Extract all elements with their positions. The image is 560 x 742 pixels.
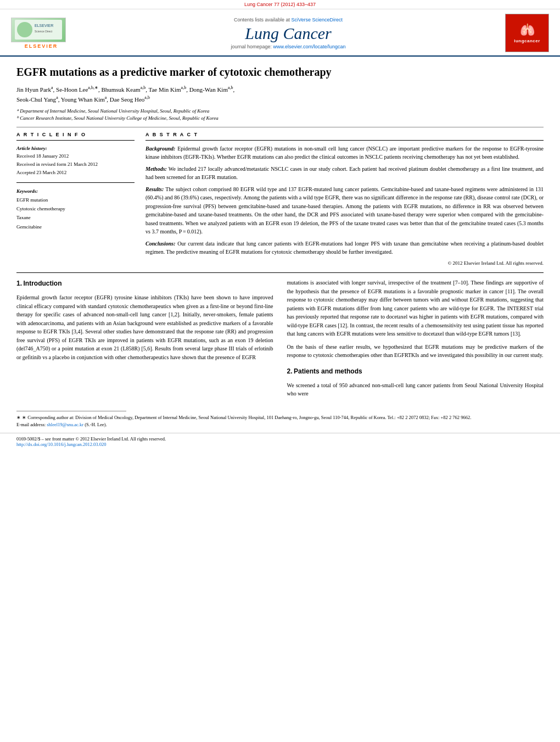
abstract-conclusions: Conclusions: Our current data indicate t… [145, 239, 544, 256]
revised-row: Received in revised form 21 March 2012 [16, 160, 135, 169]
author-sup-dkim: a,b [228, 85, 233, 90]
article-info-col: A R T I C L E I N F O Article history: R… [16, 132, 135, 267]
conclusions-label: Conclusions: [145, 241, 175, 247]
history-label: Article history: [16, 144, 135, 153]
corresponding-text: ∗ Corresponding author at: Division of M… [22, 415, 471, 420]
section-2-number: 2. [287, 367, 293, 375]
journal-header: ELSEVIER Science Direct ELSEVIER Content… [0, 9, 560, 57]
author-sup-a: a [51, 85, 53, 90]
doi-text[interactable]: http://dx.doi.org/10.1016/j.lungcan.2012… [16, 442, 544, 447]
journal-homepage: journal homepage: www.elsevier.com/locat… [80, 44, 497, 49]
section-1-title: Introduction [24, 280, 62, 287]
keywords-divider [16, 182, 135, 183]
keyword-2: Cytotoxic chemotherapy [16, 204, 135, 213]
copyright-line: © 2012 Elsevier Ireland Ltd. All rights … [145, 260, 544, 267]
email-label: E-mail address: [16, 422, 46, 427]
svg-text:ELSEVIER: ELSEVIER [35, 24, 53, 27]
author-sup-heo: a,b [144, 95, 150, 100]
author-sup-tkim: a,b [181, 85, 187, 90]
affiliation-b: ᵇ Cancer Research Institute, Seoul Natio… [16, 115, 544, 122]
received-row: Received 18 January 2012 [16, 152, 135, 160]
info-divider [16, 140, 135, 141]
header-divider [16, 127, 544, 127]
abstract-label: A B S T R A C T [145, 132, 544, 137]
lung-cancer-logo: 🫁 lungcancer [505, 14, 549, 52]
footer-area: ∗ ∗ Corresponding author at: Division of… [0, 411, 560, 428]
revised-date: 21 March 2012 [68, 161, 98, 167]
svg-text:Science Direct: Science Direct [35, 30, 53, 33]
revised-label: Received in revised form [16, 161, 66, 167]
section-1-header: 1. Introduction [16, 278, 273, 289]
elsevier-logo: ELSEVIER Science Direct ELSEVIER [11, 18, 71, 49]
email-suffix: (S.-H. Lee). [85, 422, 107, 427]
lung-cancer-logo-text: lungcancer [514, 38, 540, 43]
author-sup-yang: a [56, 95, 58, 100]
keywords-section: Keywords: EGFR mutation Cytotoxic chemot… [16, 187, 135, 231]
sciverse-prefix: Contents lists available at [234, 17, 292, 23]
abstract-methods: Methods: We included 217 locally advance… [145, 165, 544, 182]
two-col-info-abstract: A R T I C L E I N F O Article history: R… [16, 132, 544, 267]
abstract-results: Results: The subject cohort comprised 80… [145, 185, 544, 236]
section-1-number: 1. [16, 280, 22, 287]
lung-icon: 🫁 [520, 23, 535, 37]
section-2-header: 2. Patients and methods [287, 366, 544, 377]
email-footnote: E-mail address: shleel19@snu.ac.kr (S.-H… [16, 421, 544, 428]
journal-volume: Lung Cancer 77 (2012) 433–437 [244, 2, 316, 7]
svg-point-1 [17, 22, 32, 37]
keyword-3: Taxane [16, 213, 135, 222]
accepted-date: 23 March 2012 [36, 170, 66, 175]
intro-paragraph-1: Epidermal growth factor receptor (EGFR) … [16, 293, 273, 361]
accepted-label: Accepted [16, 170, 35, 175]
corresponding-footnote: ∗ ∗ Corresponding author at: Division of… [16, 414, 544, 422]
body-two-col: 1. Introduction Epidermal growth factor … [16, 278, 544, 402]
author-sup-ywkim: a [105, 95, 107, 100]
homepage-link[interactable]: www.elsevier.com/locate/lungcan [273, 44, 345, 49]
patients-paragraph-1: We screened a total of 950 advanced non-… [287, 381, 544, 398]
affiliation-a: ᵃ Department of Internal Medicine, Seoul… [16, 108, 544, 115]
background-text: Epidermal growth factor receptor (EGFR) … [145, 146, 544, 160]
background-label: Background: [145, 146, 175, 152]
sciverse-text: Contents lists available at SciVerse Sci… [80, 17, 497, 23]
journal-center: Contents lists available at SciVerse Sci… [71, 17, 505, 49]
email-address[interactable]: shleel19@snu.ac.kr [47, 422, 83, 427]
footnote-line [16, 411, 126, 411]
top-bar: Lung Cancer 77 (2012) 433–437 [0, 0, 560, 9]
abstract-col: A B S T R A C T Background: Epidermal gr… [145, 132, 544, 267]
author-sup-ab: a,b, [88, 85, 94, 90]
abstract-text: Background: Epidermal growth factor rece… [145, 144, 544, 267]
results-text: The subject cohort comprised 80 EGFR wil… [145, 186, 544, 235]
issn-text: 0169-5002/$ – see front matter © 2012 El… [16, 436, 544, 442]
accepted-row: Accepted 23 March 2012 [16, 169, 135, 177]
intro-paragraph-2: mutations is associated with longer surv… [287, 278, 544, 338]
article-info-label: A R T I C L E I N F O [16, 132, 135, 137]
conclusions-text: Our current data indicate that lung canc… [145, 241, 544, 255]
section-2-title: Patients and methods [294, 367, 362, 375]
body-col-right: mutations is associated with longer surv… [287, 278, 544, 402]
keyword-4: Gemcitabine [16, 222, 135, 231]
abstract-divider [145, 140, 544, 141]
homepage-prefix: journal homepage: [231, 44, 273, 49]
keywords-label: Keywords: [16, 187, 135, 196]
intro-paragraph-3: On the basis of these earlier results, w… [287, 343, 544, 360]
copyright-text: © 2012 Elsevier Ireland Ltd. All rights … [447, 260, 544, 266]
corresponding-star-fn: ∗ [16, 415, 22, 420]
methods-text: We included 217 locally advanced/metasta… [145, 166, 544, 181]
methods-label: Methods: [145, 166, 167, 172]
body-col-left: 1. Introduction Epidermal growth factor … [16, 278, 273, 402]
affiliations: ᵃ Department of Internal Medicine, Seoul… [16, 108, 544, 122]
author-sup-keam: a,b [141, 85, 146, 90]
sciverse-link[interactable]: SciVerse ScienceDirect [292, 17, 343, 23]
keyword-1: EGFR mutation [16, 196, 135, 204]
elsevier-image: ELSEVIER Science Direct [11, 18, 66, 42]
received-label: Received [16, 153, 35, 159]
results-label: Results: [145, 186, 164, 192]
abstract-background: Background: Epidermal growth factor rece… [145, 144, 544, 161]
main-content: EGFR mutations as a predictive marker of… [0, 57, 560, 403]
corresponding-marker: ∗ [94, 85, 98, 90]
journal-title-display: Lung Cancer [80, 24, 497, 42]
received-date: 18 January 2012 [36, 153, 69, 159]
article-title: EGFR mutations as a predictive marker of… [16, 65, 544, 79]
bottom-bar: 0169-5002/$ – see front matter © 2012 El… [0, 433, 560, 450]
body-divider [16, 272, 544, 273]
article-history: Article history: Received 18 January 201… [16, 144, 135, 177]
